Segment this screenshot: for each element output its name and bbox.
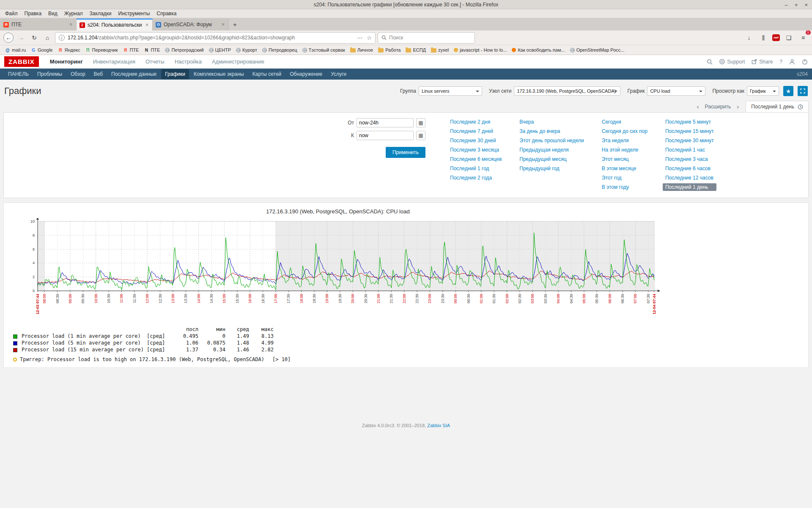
time-link[interactable]: Предыдущий месяц [517, 155, 586, 163]
bookmark-item[interactable]: OpenStreetMap Росс... [568, 47, 627, 53]
footer-link[interactable]: Zabbix SIA [427, 423, 450, 428]
time-link[interactable]: Последние 12 часов [663, 174, 716, 182]
minimize-icon[interactable]: – [785, 2, 788, 8]
time-link[interactable]: Последние 6 месяцев [447, 155, 504, 163]
menu-item[interactable]: Инструменты [115, 10, 154, 17]
filter-select[interactable]: График [747, 86, 779, 96]
menu-item[interactable]: Файл [2, 10, 21, 17]
new-tab-button[interactable]: + [229, 21, 241, 28]
time-link[interactable]: В этом месяце [599, 165, 650, 172]
menu-item[interactable]: Журнал [61, 10, 86, 17]
menu-icon[interactable]: ≡1 [798, 32, 809, 43]
fullscreen-button[interactable] [798, 86, 808, 96]
apply-button[interactable]: Применить [386, 147, 425, 158]
bookmark-item[interactable]: ЦЕНТР [206, 47, 233, 53]
time-link[interactable]: Эта неделя [599, 137, 650, 144]
bookmark-item[interactable]: zyxel [428, 47, 451, 53]
bookmark-item[interactable]: ЯПТЕ [120, 47, 141, 53]
time-link[interactable]: Последние 7 дней [447, 127, 504, 135]
menu-item[interactable]: Справка [153, 10, 180, 17]
filter-select[interactable]: Linux servers [419, 86, 482, 96]
site-info-icon[interactable]: i [59, 35, 65, 41]
subnav-item[interactable]: ПАНЕЛЬ [4, 69, 33, 79]
support-link[interactable]: Support [719, 59, 745, 65]
bookmark-item[interactable]: Личное [348, 47, 376, 53]
time-link[interactable]: Последний 1 час [663, 146, 716, 154]
menu-item[interactable]: Вид [45, 10, 61, 17]
bookmark-item[interactable]: Петродворец [260, 47, 299, 53]
time-link[interactable]: Последние 2 года [447, 174, 504, 182]
library-icon[interactable]: ⫼ [758, 32, 769, 43]
bookmark-item[interactable]: Тэстовый сервак [300, 47, 348, 53]
bookmark-item[interactable]: ППереводчик [83, 47, 121, 53]
time-zoom-out-link[interactable]: Расширить [705, 104, 731, 110]
bookmark-item[interactable]: NПТЕ [141, 47, 162, 53]
main-nav-item[interactable]: Администрирование [212, 58, 264, 65]
menu-item[interactable]: Закладки [86, 10, 115, 17]
tab-close-icon[interactable]: × [221, 22, 225, 28]
adblock-icon[interactable]: ABP [772, 34, 780, 41]
browser-tab[interactable]: ЯПТЕ× [0, 19, 77, 30]
bookmark-star-icon[interactable]: ☆ [367, 35, 372, 41]
time-link[interactable]: Сегодня до сих пор [599, 127, 650, 135]
to-input[interactable] [357, 131, 414, 140]
from-input[interactable] [357, 118, 414, 127]
help-link[interactable]: ? [779, 59, 782, 65]
reload-button[interactable]: ↻ [29, 32, 40, 43]
filter-select[interactable]: 172.16.3.190 (Web, PostgreSQL, OpenSCADA… [514, 86, 620, 96]
user-icon[interactable] [789, 59, 795, 65]
main-nav-item[interactable]: Настройка [175, 58, 202, 65]
bookmark-item[interactable]: ЕСПД [403, 47, 428, 53]
time-link[interactable]: Последние 6 часов [663, 165, 716, 172]
time-link[interactable]: Последние 30 дней [447, 137, 504, 144]
zabbix-logo[interactable]: ZABBIX [4, 56, 39, 67]
time-range-tab[interactable]: Последний 1 день [746, 101, 809, 112]
time-link[interactable]: Этот день прошлой недели [517, 137, 586, 144]
subnav-item[interactable]: Обнаружение [286, 69, 326, 79]
cpu-load-chart[interactable]: 12-03 07:4408:0008:3009:0009:3010:0010:3… [8, 218, 668, 324]
subnav-item[interactable]: Комплексные экраны [190, 69, 248, 79]
bookmark-item[interactable]: javascript - How to lo... [451, 47, 509, 53]
time-shift-left-icon[interactable]: ‹ [697, 103, 699, 110]
time-shift-right-icon[interactable]: › [737, 103, 739, 110]
main-nav-item[interactable]: Мониторинг [50, 58, 83, 65]
subnav-item[interactable]: Веб [90, 69, 107, 79]
logout-icon[interactable] [802, 59, 808, 65]
back-button[interactable]: ← [3, 33, 14, 43]
search-icon[interactable] [707, 59, 713, 65]
time-link[interactable]: Последний 1 год [447, 165, 504, 172]
time-link[interactable]: Последние 15 минут [663, 127, 716, 135]
calendar-icon[interactable]: ▦ [416, 131, 425, 140]
subnav-item[interactable]: Карты сетей [249, 69, 285, 79]
time-link[interactable]: Предыдущая неделя [517, 146, 586, 154]
favourites-button[interactable]: ★ [783, 86, 793, 96]
filter-select[interactable]: CPU load [647, 86, 705, 96]
time-link[interactable]: Последние 3 часа [663, 155, 716, 163]
main-nav-item[interactable]: Отчеты [145, 58, 165, 65]
page-actions-icon[interactable]: ⋯ [357, 35, 362, 41]
bookmark-item[interactable]: @mail.ru [3, 47, 28, 53]
url-text[interactable]: 172.16.1.204/zabbix/charts.php?page=1&gr… [68, 35, 354, 41]
forward-button[interactable]: → [16, 32, 27, 43]
share-link[interactable]: Share [752, 59, 773, 65]
bookmark-item[interactable]: Как освободить пам... [509, 47, 567, 53]
url-bar[interactable]: i 172.16.1.204/zabbix/charts.php?page=1&… [55, 32, 376, 44]
home-button[interactable]: ⌂ [42, 32, 53, 43]
browser-tab[interactable]: Zs204: Пользовательские гра× [77, 19, 153, 30]
time-link[interactable]: Последние 30 минут [663, 137, 716, 144]
browser-tab[interactable]: OOpenSCADA: Форум× [153, 19, 229, 30]
search-bar[interactable]: Поиск [378, 32, 475, 44]
bookmark-item[interactable]: Петроградский [162, 47, 206, 53]
subnav-item[interactable]: Услуги [327, 69, 350, 79]
bookmark-item[interactable]: ЯЯндекс [55, 47, 83, 53]
time-link[interactable]: Вчера [517, 118, 586, 126]
calendar-icon[interactable]: ▦ [416, 118, 425, 127]
subnav-item[interactable]: Последние данные [107, 69, 160, 79]
subnav-item[interactable]: Обзор [67, 69, 89, 79]
subnav-item[interactable]: Графики [161, 69, 189, 79]
time-link[interactable]: Этот год [599, 174, 650, 182]
time-link[interactable]: Последний 1 день [663, 183, 716, 191]
time-link[interactable]: Сегодня [599, 118, 650, 126]
time-link[interactable]: Этот месяц [599, 155, 650, 163]
bookmark-item[interactable]: GGoogle [28, 47, 55, 53]
